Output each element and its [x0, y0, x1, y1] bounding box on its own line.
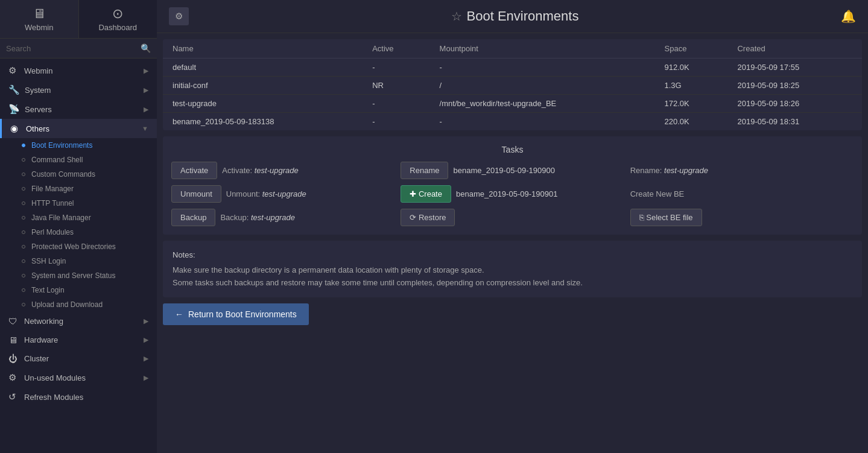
page-title-text: Boot Environments: [467, 8, 579, 24]
sidebar-item-networking[interactable]: 🛡 Networking ▶: [0, 312, 157, 331]
search-input[interactable]: [6, 44, 141, 53]
cell-space: 912.0K: [655, 59, 728, 77]
gear-button[interactable]: ⚙: [169, 7, 189, 25]
cell-active: NR: [363, 77, 429, 95]
col-name: Name: [163, 39, 363, 59]
cell-space: 220.0K: [655, 113, 728, 131]
create-button[interactable]: ✚ Create: [401, 185, 451, 203]
sidebar-sub-label: System and Server Status: [31, 271, 115, 280]
sidebar-item-cluster[interactable]: ⏻ Cluster ▶: [0, 349, 157, 368]
sidebar-item-boot-environments[interactable]: Boot Environments: [0, 138, 157, 153]
cell-space: 172.0K: [655, 95, 728, 113]
task-create-row: ✚ Create bename_2019-05-09-190901: [401, 185, 624, 203]
notes-line-2: Some tasks such backups and restore may …: [173, 277, 852, 290]
select-be-file-button[interactable]: ⎘ Select BE file: [630, 209, 702, 226]
restore-button[interactable]: ⟳ Restore: [401, 209, 455, 226]
bell-button[interactable]: 🔔: [841, 9, 856, 24]
sidebar-item-label: Webmin: [24, 66, 52, 75]
sidebar-item-label: Servers: [25, 105, 52, 114]
dot-icon: [22, 274, 25, 277]
cell-name[interactable]: bename_2019-05-09-183138: [163, 113, 363, 131]
dashboard-nav[interactable]: ⊙ Dashboard: [78, 0, 157, 38]
sidebar-item-command-shell[interactable]: Command Shell: [0, 153, 157, 167]
col-created: Created: [727, 39, 862, 59]
backup-button[interactable]: Backup: [171, 209, 215, 226]
dot-icon: [22, 158, 25, 162]
page-title: ☆ Boot Environments: [196, 8, 834, 24]
sidebar-item-file-manager[interactable]: File Manager: [0, 182, 157, 196]
sidebar-header: 🖥 Webmin ⊙ Dashboard: [0, 0, 157, 39]
refresh-modules-nav-icon: ↺: [8, 391, 19, 402]
cell-name[interactable]: test-upgrade: [163, 95, 363, 113]
sidebar-item-ssh-login[interactable]: SSH Login: [0, 254, 157, 268]
star-icon[interactable]: ☆: [451, 9, 462, 24]
webmin-label: Webmin: [25, 23, 53, 32]
return-button-label: Return to Boot Environments: [188, 309, 297, 319]
sidebar-item-label: Others: [26, 124, 49, 133]
webmin-logo[interactable]: 🖥 Webmin: [0, 0, 78, 38]
search-bar: 🔍: [0, 39, 157, 59]
dot-icon: [22, 288, 25, 292]
search-icon[interactable]: 🔍: [141, 43, 151, 53]
sidebar-item-perl-modules[interactable]: Perl Modules: [0, 225, 157, 239]
sidebar-sub-label: HTTP Tunnel: [31, 199, 74, 207]
col-mountpoint: Mountpoint: [430, 39, 655, 59]
cell-active: -: [363, 59, 429, 77]
unmount-button[interactable]: Unmount: [171, 185, 221, 203]
sidebar-sub-label: Command Shell: [31, 156, 83, 164]
dashboard-icon: ⊙: [112, 6, 123, 22]
cell-created: 2019-05-09 18:31: [727, 113, 862, 131]
sidebar-item-label: Refresh Modules: [24, 393, 83, 402]
task-activate-row: Activate Activate: test-upgrade: [171, 162, 394, 179]
sidebar-sub-label: Protected Web Directories: [31, 242, 116, 251]
task-create-new-be-row: Create New BE: [630, 189, 854, 198]
task-restore-row: ⟳ Restore: [401, 209, 624, 226]
sidebar-item-protected-web-directories[interactable]: Protected Web Directories: [0, 239, 157, 254]
col-space: Space: [655, 39, 728, 59]
networking-nav-icon: 🛡: [8, 316, 19, 326]
sidebar-item-java-file-manager[interactable]: Java File Manager: [0, 211, 157, 225]
chevron-down-icon: ▼: [142, 125, 148, 132]
sidebar-item-others[interactable]: ◉ Others ▼: [0, 119, 157, 138]
sidebar-item-system-server-status[interactable]: System and Server Status: [0, 268, 157, 283]
return-section: ← Return to Boot Environments: [163, 303, 862, 325]
sidebar-item-hardware[interactable]: 🖥 Hardware ▶: [0, 331, 157, 349]
sidebar-sub-label: Perl Modules: [31, 228, 74, 236]
cell-created: 2019-05-09 17:55: [727, 59, 862, 77]
rename-button[interactable]: Rename: [401, 162, 448, 179]
sidebar-item-label: Un-used Modules: [24, 373, 86, 382]
sidebar-item-label: Networking: [24, 317, 63, 326]
dot-icon: [22, 230, 25, 234]
sidebar-item-custom-commands[interactable]: Custom Commands: [0, 167, 157, 182]
system-nav-icon: 🔧: [8, 84, 20, 95]
return-to-boot-environments-button[interactable]: ← Return to Boot Environments: [163, 303, 309, 325]
cell-mountpoint: -: [430, 59, 655, 77]
sidebar-item-http-tunnel[interactable]: HTTP Tunnel: [0, 196, 157, 211]
activate-button[interactable]: Activate: [171, 162, 217, 179]
task-select-be-row: ⎘ Select BE file: [630, 209, 854, 226]
table-row: bename_2019-05-09-183138 - - 220.0K 2019…: [163, 113, 862, 131]
page-header: ⚙ ☆ Boot Environments 🔔: [157, 0, 868, 33]
tasks-section: Tasks Activate Activate: test-upgrade Re…: [163, 136, 862, 235]
cell-mountpoint[interactable]: /: [430, 77, 655, 95]
hardware-nav-icon: 🖥: [8, 335, 19, 345]
sidebar-item-text-login[interactable]: Text Login: [0, 283, 157, 297]
cell-created: 2019-05-09 18:26: [727, 95, 862, 113]
sidebar-item-servers[interactable]: 📡 Servers ▶: [0, 100, 157, 119]
rename-desc: Rename: test-upgrade: [630, 166, 708, 175]
sidebar-item-unused-modules[interactable]: ⚙ Un-used Modules ▶: [0, 368, 157, 387]
cell-name[interactable]: initial-conf: [163, 77, 363, 95]
sidebar-item-upload-download[interactable]: Upload and Download: [0, 297, 157, 312]
sidebar-item-webmin[interactable]: ⚙ Webmin ▶: [0, 61, 157, 80]
sidebar-item-system[interactable]: 🔧 System ▶: [0, 80, 157, 100]
chevron-right-icon: ▶: [144, 86, 148, 94]
cell-active: -: [363, 95, 429, 113]
chevron-right-icon: ▶: [144, 67, 148, 75]
col-active: Active: [363, 39, 429, 59]
cell-name[interactable]: default: [163, 59, 363, 77]
sidebar-sub-label: Java File Manager: [31, 214, 91, 222]
sidebar-item-refresh-modules[interactable]: ↺ Refresh Modules: [0, 387, 157, 407]
boot-environments-table-section: Name Active Mountpoint Space Created def…: [163, 39, 862, 130]
backup-label: Backup: test-upgrade: [220, 213, 295, 222]
cell-mountpoint[interactable]: /mnt/be_workdir/test-upgrade_BE: [430, 95, 655, 113]
